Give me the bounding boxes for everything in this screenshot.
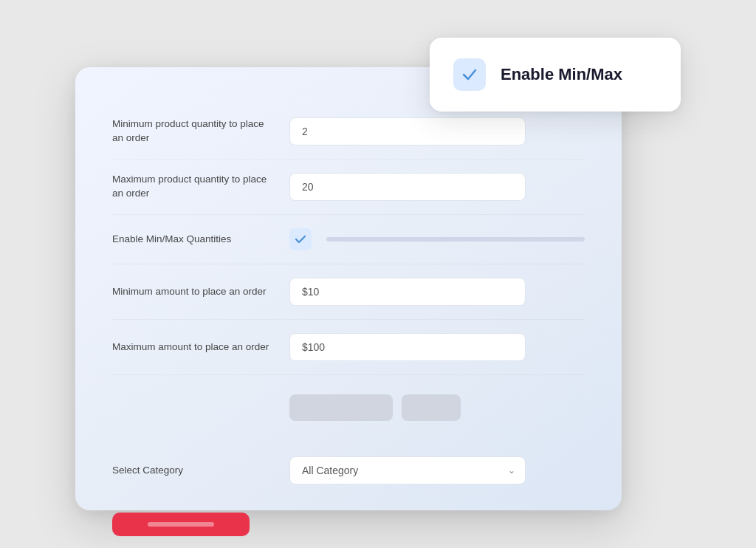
enable-minmax-control (289, 228, 585, 250)
slider-track (326, 237, 585, 242)
min-amount-input[interactable] (289, 278, 526, 306)
max-amount-control (289, 333, 585, 361)
category-select-wrapper: All Category Category 1 Category 2 ⌄ (289, 456, 526, 484)
max-amount-label: Maximum amount to place an order (112, 340, 275, 355)
form-row-min-qty: Minimum product quantity to place an ord… (112, 104, 585, 160)
form-row-min-amount: Minimum amount to place an order (112, 264, 585, 320)
form-row-max-amount: Maximum amount to place an order (112, 320, 585, 375)
submit-row (112, 498, 585, 544)
form-row-max-qty: Maximum product quantity to place an ord… (112, 160, 585, 215)
enable-minmax-checkbox[interactable] (289, 228, 312, 250)
max-amount-input[interactable] (289, 333, 526, 361)
main-card: Minimum product quantity to place an ord… (75, 67, 622, 510)
category-control: All Category Category 1 Category 2 ⌄ (289, 456, 585, 484)
max-qty-label: Maximum product quantity to place an ord… (112, 173, 275, 201)
max-qty-control (289, 173, 585, 201)
tooltip-checkmark-icon (461, 66, 478, 83)
min-qty-control (289, 117, 585, 145)
action-buttons-row (112, 375, 585, 436)
category-label: Select Category (112, 464, 275, 478)
scene: Minimum product quantity to place an ord… (75, 38, 681, 510)
tooltip-label: Enable Min/Max (501, 65, 622, 84)
tooltip-card: Enable Min/Max (430, 38, 681, 112)
placeholder-button-1[interactable] (289, 394, 393, 421)
checkmark-icon (295, 233, 306, 245)
spacer (112, 436, 585, 443)
min-amount-control (289, 278, 585, 306)
enable-minmax-label: Enable Min/Max Quantities (112, 233, 275, 247)
max-qty-input[interactable] (289, 173, 526, 201)
form-row-enable-minmax: Enable Min/Max Quantities (112, 215, 585, 264)
form-row-category: Select Category All Category Category 1 … (112, 443, 585, 498)
action-buttons (289, 383, 461, 433)
tooltip-checkbox[interactable] (453, 58, 486, 91)
min-qty-label: Minimum product quantity to place an ord… (112, 117, 275, 145)
min-amount-label: Minimum amount to place an order (112, 285, 275, 299)
form-rows: Minimum product quantity to place an ord… (112, 104, 585, 544)
submit-button[interactable] (112, 513, 250, 536)
min-qty-input[interactable] (289, 117, 526, 145)
submit-btn-inner (148, 522, 214, 527)
category-select[interactable]: All Category Category 1 Category 2 (289, 456, 526, 484)
placeholder-button-2[interactable] (402, 394, 461, 421)
